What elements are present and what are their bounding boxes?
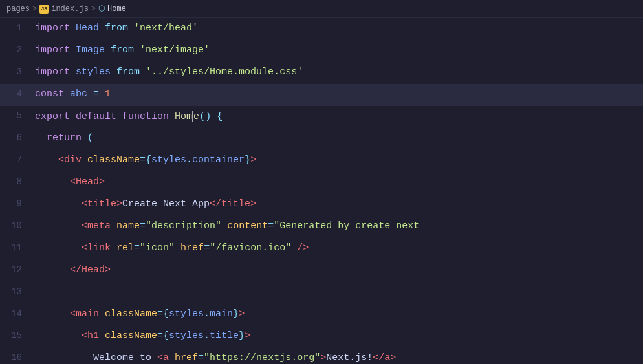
js-file-icon: JS: [39, 5, 49, 14]
code-line-13: 13: [0, 282, 643, 304]
code-line-16: 16 Welcome to <a href="https://nextjs.or…: [0, 348, 643, 364]
line-content-11: <link rel="icon" href="/favicon.ico" />: [32, 238, 643, 260]
line-num-14: 14: [0, 304, 32, 326]
line-num-1: 1: [0, 18, 32, 40]
line-num-15: 15: [0, 326, 32, 348]
line-content-16: Welcome to <a href="https://nextjs.org">…: [32, 348, 643, 364]
line-num-10: 10: [0, 216, 32, 238]
line-content-2: import Image from 'next/image': [32, 40, 643, 62]
line-num-4: 4: [0, 84, 32, 106]
line-num-7: 7: [0, 150, 32, 172]
line-content-7: <div className={styles.container}>: [32, 150, 643, 172]
code-line-12: 12 </Head>: [0, 260, 643, 282]
breadcrumb-bar: pages > JS index.js > ⬡ Home: [0, 0, 643, 18]
line-num-2: 2: [0, 40, 32, 62]
code-line-5: 5 export default function Home() {: [0, 106, 643, 128]
breadcrumb-file-js[interactable]: index.js: [51, 5, 89, 14]
line-content-4: const abc = 1: [32, 84, 643, 106]
code-line-6: 6 return (: [0, 128, 643, 150]
line-num-13: 13: [0, 282, 32, 304]
line-content-6: return (: [32, 128, 643, 150]
breadcrumb-sep2: >: [91, 5, 96, 14]
breadcrumb-file-home[interactable]: Home: [107, 5, 126, 14]
line-num-12: 12: [0, 260, 32, 282]
code-line-2: 2 import Image from 'next/image': [0, 40, 643, 62]
code-editor[interactable]: 1 import Head from 'next/head' 2 import …: [0, 18, 643, 364]
line-content-9: <title>Create Next App</title>: [32, 194, 643, 216]
line-num-5: 5: [0, 106, 32, 128]
code-line-3: 3 import styles from '../styles/Home.mod…: [0, 62, 643, 84]
line-num-3: 3: [0, 62, 32, 84]
code-line-15: 15 <h1 className={styles.title}>: [0, 326, 643, 348]
code-line-7: 7 <div className={styles.container}>: [0, 150, 643, 172]
line-content-3: import styles from '../styles/Home.modul…: [32, 62, 643, 84]
line-content-1: import Head from 'next/head': [32, 18, 643, 40]
code-line-14: 14 <main className={styles.main}>: [0, 304, 643, 326]
breadcrumb-sep1: >: [32, 5, 37, 14]
line-content-8: <Head>: [32, 172, 643, 194]
component-icon: ⬡: [98, 4, 105, 14]
line-content-5: export default function Home() {: [32, 106, 643, 128]
code-line-9: 9 <title>Create Next App</title>: [0, 194, 643, 216]
line-num-6: 6: [0, 128, 32, 150]
line-num-9: 9: [0, 194, 32, 216]
code-line-11: 11 <link rel="icon" href="/favicon.ico" …: [0, 238, 643, 260]
line-content-15: <h1 className={styles.title}>: [32, 326, 643, 348]
code-line-8: 8 <Head>: [0, 172, 643, 194]
breadcrumb-folder[interactable]: pages: [6, 5, 30, 14]
line-num-8: 8: [0, 172, 32, 194]
line-content-10: <meta name="description" content="Genera…: [32, 216, 643, 238]
code-line-4: 4 const abc = 1: [0, 84, 643, 106]
line-content-13: [32, 282, 643, 304]
code-line-1: 1 import Head from 'next/head': [0, 18, 643, 40]
code-line-10: 10 <meta name="description" content="Gen…: [0, 216, 643, 238]
line-num-16: 16: [0, 348, 32, 364]
line-content-14: <main className={styles.main}>: [32, 304, 643, 326]
line-num-11: 11: [0, 238, 32, 260]
line-content-12: </Head>: [32, 260, 643, 282]
